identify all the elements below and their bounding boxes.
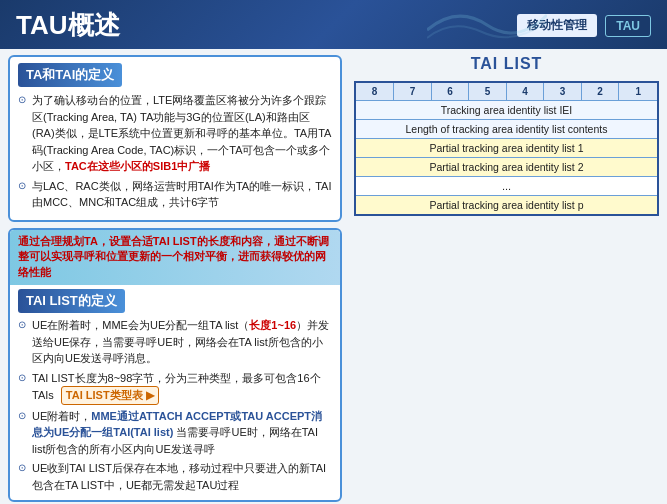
ta-tai-item-2: 与LAC、RAC类似，网络运营时用TAI作为TA的唯一标识，TAI由MCC、MN… — [18, 178, 332, 211]
tai-banner-text: 通过合理规划TA，设置合适TAI LIST的长度和内容，通过不断调整可以实现寻呼… — [18, 234, 332, 282]
row-length: Length of tracking area identity list co… — [355, 120, 658, 139]
row-partial-1: Partial tracking area identity list 1 — [355, 139, 658, 158]
col-8: 8 — [355, 82, 394, 101]
tai-list-title-label: TAI LIST的定义 — [18, 289, 125, 313]
row-iei: Tracking area identity list IEI — [355, 101, 658, 120]
tai-list-section: 通过合理规划TA，设置合适TAI LIST的长度和内容，通过不断调整可以实现寻呼… — [8, 228, 342, 503]
tai-item-2: TAI LIST长度为8~98字节，分为三种类型，最多可包含16个TAIs TA… — [18, 370, 332, 405]
ta-tai-content: 为了确认移动台的位置，LTE网络覆盖区将被分为许多个跟踪区(Tracking A… — [18, 92, 332, 211]
ta-tai-item-1: 为了确认移动台的位置，LTE网络覆盖区将被分为许多个跟踪区(Tracking A… — [18, 92, 332, 175]
table-row: Tracking area identity list IEI — [355, 101, 658, 120]
header-decoration — [427, 0, 547, 45]
col-4: 4 — [506, 82, 544, 101]
tai-item-3: UE附着时，MME通过ATTACH ACCEPT或TAU ACCEPT消息为UE… — [18, 408, 332, 458]
table-header-row: 8 7 6 5 4 3 2 1 — [355, 82, 658, 101]
tai-list-table: 8 7 6 5 4 3 2 1 Tracking area identity l… — [354, 81, 659, 216]
col-5: 5 — [469, 82, 507, 101]
tai-list-type-link[interactable]: TAI LIST类型表 ▶ — [61, 386, 159, 405]
tai-item-1: UE在附着时，MME会为UE分配一组TA list（长度1~16）并发送给UE保… — [18, 317, 332, 367]
right-panel: TAI LIST 8 7 6 5 4 3 2 1 Tracking area i… — [350, 49, 667, 504]
ta-tai-title: TA和TAI的定义 — [18, 63, 122, 87]
left-panel: TA和TAI的定义 为了确认移动台的位置，LTE网络覆盖区将被分为许多个跟踪区(… — [0, 49, 350, 504]
page-title: TAU概述 — [16, 8, 120, 43]
col-7: 7 — [394, 82, 432, 101]
tai-banner: 通过合理规划TA，设置合适TAI LIST的长度和内容，通过不断调整可以实现寻呼… — [10, 230, 340, 286]
table-row: Partial tracking area identity list p — [355, 196, 658, 216]
table-row: ... — [355, 177, 658, 196]
ta-tai-section: TA和TAI的定义 为了确认移动台的位置，LTE网络覆盖区将被分为许多个跟踪区(… — [8, 55, 342, 222]
table-row: Partial tracking area identity list 2 — [355, 158, 658, 177]
row-partial-2: Partial tracking area identity list 2 — [355, 158, 658, 177]
col-1: 1 — [619, 82, 658, 101]
col-6: 6 — [431, 82, 469, 101]
table-row: Partial tracking area identity list 1 — [355, 139, 658, 158]
badge-tau: TAU — [605, 15, 651, 37]
tai-list-content: UE在附着时，MME会为UE分配一组TA list（长度1~16）并发送给UE保… — [10, 317, 340, 493]
tai-list-table-title: TAI LIST — [354, 55, 659, 73]
col-3: 3 — [544, 82, 582, 101]
row-partial-p: Partial tracking area identity list p — [355, 196, 658, 216]
col-2: 2 — [581, 82, 619, 101]
tai-item-4: UE收到TAI LIST后保存在本地，移动过程中只要进入的新TAI包含在TA L… — [18, 460, 332, 493]
main-content: TA和TAI的定义 为了确认移动台的位置，LTE网络覆盖区将被分为许多个跟踪区(… — [0, 49, 667, 504]
row-dots: ... — [355, 177, 658, 196]
header: TAU概述 移动性管理 TAU — [0, 0, 667, 49]
table-row: Length of tracking area identity list co… — [355, 120, 658, 139]
